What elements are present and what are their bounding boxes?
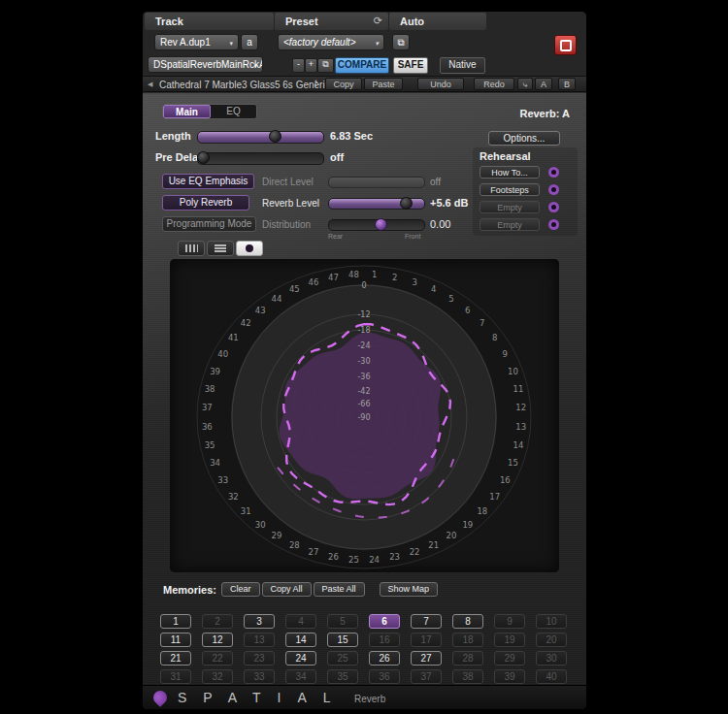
svg-text:4: 4 [431,284,436,294]
memory-slot-18[interactable]: 18 [452,633,483,647]
memory-slot-38[interactable]: 38 [452,669,483,684]
memory-slot-4[interactable]: 4 [285,614,316,629]
collapse-icon[interactable]: ◀ [148,81,152,88]
slider-knob[interactable] [375,218,387,231]
memory-slot-8[interactable]: 8 [452,614,483,629]
preset-copy-button[interactable]: ⧉ [392,34,410,50]
target-button[interactable] [554,35,577,55]
preset-spinner[interactable]: ▲ ▼ [314,79,318,88]
revert-button[interactable]: ⤷ [517,78,533,90]
compare-copy-button[interactable]: ⧉ [317,58,334,73]
distribution-slider[interactable] [328,219,425,231]
view-button-1[interactable] [178,241,205,256]
memory-slot-10[interactable]: 10 [536,614,567,629]
memory-slot-25[interactable]: 25 [327,651,358,665]
preset-cycle-icon[interactable]: ⟳ [374,15,382,27]
memory-slot-16[interactable]: 16 [369,633,400,647]
length-slider[interactable] [197,131,324,144]
memory-slot-3[interactable]: 3 [244,614,275,629]
rehearsal-button-1[interactable]: How To... [480,166,540,178]
memory-slot-13[interactable]: 13 [244,633,275,647]
tab-eq[interactable]: EQ [211,105,256,118]
memory-slot-22[interactable]: 22 [202,651,233,665]
memory-slot-21[interactable]: 21 [160,651,191,665]
view-button-3[interactable] [236,241,263,256]
memory-slot-39[interactable]: 39 [494,669,525,684]
rehearsal-button-4[interactable]: Empty [480,218,540,231]
rehearsal-knob-icon[interactable] [548,184,559,195]
memory-action-copy-all-button[interactable]: Copy All [262,582,312,597]
redo-button[interactable]: Redo [474,78,514,90]
slider-knob[interactable] [400,197,413,210]
reverb-level-slider[interactable] [328,198,425,210]
memory-action-show-map-button[interactable]: Show Map [380,582,439,597]
plugin-body: Main EQ Reverb: A Length 6.83 Sec Option… [143,93,586,686]
track-label: Track [145,13,274,30]
rehearsal-button-3[interactable]: Empty [480,201,540,213]
preset-selector[interactable]: ▾ <factory default> [278,34,384,50]
compare-plus-button[interactable]: + [305,58,317,73]
spatial-radar-display[interactable]: 1234567891011121314151617181920212223242… [170,259,559,572]
tab-main[interactable]: Main [163,105,211,118]
view-button-2[interactable] [207,241,234,256]
memory-slot-26[interactable]: 26 [369,651,400,665]
memory-slot-35[interactable]: 35 [327,669,358,684]
rehearsal-knob-icon[interactable] [548,202,559,212]
svg-text:7: 7 [480,318,484,328]
memory-action-paste-all-button[interactable]: Paste All [314,582,365,597]
memory-action-clear-button[interactable]: Clear [221,582,260,597]
memory-slot-29[interactable]: 29 [494,651,525,665]
memory-slot-30[interactable]: 30 [536,651,567,665]
memory-slot-40[interactable]: 40 [536,669,567,684]
memory-slot-17[interactable]: 17 [411,633,442,647]
rehearsal-button-2[interactable]: Footsteps [480,183,540,196]
poly-reverb-button[interactable]: Poly Reverb [162,195,249,211]
memory-slot-15[interactable]: 15 [327,633,358,647]
memory-slot-36[interactable]: 36 [369,669,400,684]
memory-slot-5[interactable]: 5 [327,614,358,629]
track-selector[interactable]: ▾ Rev A.dup1 [154,34,239,50]
memory-slot-9[interactable]: 9 [494,614,525,629]
memory-slot-23[interactable]: 23 [244,651,275,665]
direct-level-slider[interactable] [328,177,425,188]
compare-button[interactable]: COMPARE [335,57,389,74]
memory-slot-37[interactable]: 37 [411,669,442,684]
undo-button[interactable]: Undo [417,78,464,90]
rehearsal-knob-icon[interactable] [548,219,559,230]
pre-delay-slider[interactable] [197,152,324,165]
svg-text:23: 23 [389,552,400,562]
memory-slot-7[interactable]: 7 [411,614,442,629]
options-button[interactable]: Options... [488,131,560,146]
slider-knob[interactable] [197,151,210,164]
memory-slot-12[interactable]: 12 [202,633,233,647]
memory-slot-6[interactable]: 6 [369,614,400,629]
memory-slot-19[interactable]: 19 [494,633,525,647]
memory-slot-27[interactable]: 27 [411,651,442,665]
track-letter-button[interactable]: a [241,34,258,50]
memory-slot-32[interactable]: 32 [202,669,233,684]
rehearsal-panel: Rehearsal How To...FootstepsEmptyEmpty [473,147,578,236]
programming-mode-button[interactable]: Programming Mode [162,216,256,232]
memory-slot-2[interactable]: 2 [202,614,233,629]
rehearsal-knob-icon[interactable] [548,167,559,178]
memory-slot-14[interactable]: 14 [285,633,316,647]
memory-slot-33[interactable]: 33 [244,669,275,684]
native-button[interactable]: Native [440,57,485,74]
memory-slot-28[interactable]: 28 [452,651,483,665]
paste-settings-button[interactable]: Paste [364,78,403,90]
memory-slot-20[interactable]: 20 [536,633,567,647]
safe-button[interactable]: SAFE [393,57,428,74]
memory-slot-34[interactable]: 34 [285,669,316,684]
librarian-preset-name[interactable]: Cathedral 7 Marble3 Glass5 6s Generic [159,80,330,90]
memory-slot-24[interactable]: 24 [285,651,316,665]
setting-b-button[interactable]: B [558,78,576,90]
compare-minus-button[interactable]: - [292,58,305,73]
memory-slot-1[interactable]: 1 [160,614,191,629]
memory-slot-11[interactable]: 11 [160,633,191,647]
setting-a-button[interactable]: A [535,78,552,90]
memory-slot-31[interactable]: 31 [160,669,191,684]
copy-settings-button[interactable]: Copy [325,78,362,90]
plugin-selector[interactable]: ▾ DSpatialReverbMainRckA [148,56,263,73]
use-eq-emphasis-button[interactable]: Use EQ Emphasis [162,174,254,189]
slider-knob[interactable] [269,130,281,143]
